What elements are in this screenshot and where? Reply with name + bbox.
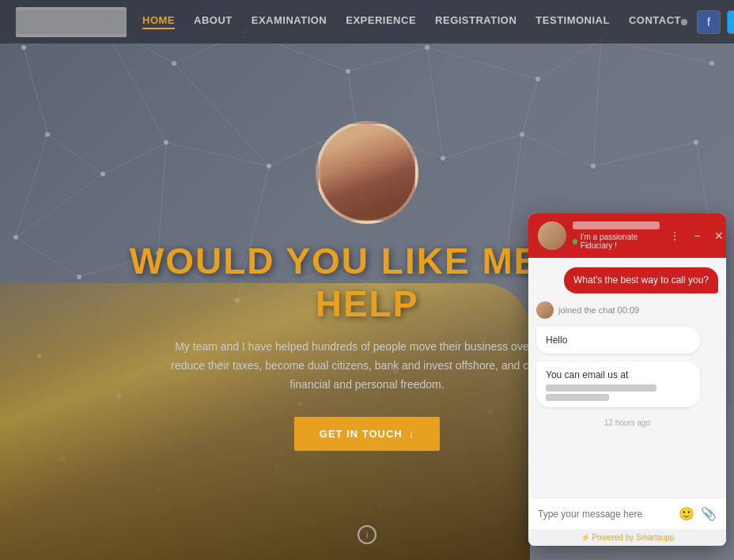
chat-agent-avatar (538, 221, 566, 250)
navbar: HOME ABOUT EXAMINATION EXPERIENCE REGIST… (0, 0, 734, 44)
cta-button[interactable]: GET IN TOUCH ↓ (294, 417, 440, 451)
cta-icon: ↓ (409, 428, 415, 440)
online-status-dot (573, 239, 577, 244)
scroll-icon: i (366, 531, 368, 539)
chat-header: I'm a passionate Fiduciary ! ⋮ − ✕ (528, 214, 726, 258)
cta-label: GET IN TOUCH (320, 428, 403, 440)
hero-subtitle: My team and I have helped hundreds of pe… (169, 338, 565, 394)
attachment-icon[interactable]: 📎 (701, 506, 717, 521)
chat-input-area[interactable]: 🙂 📎 (528, 498, 726, 529)
message-timestamp: 12 hours ago (536, 418, 718, 427)
twitter-button[interactable]: 🐦 (727, 10, 734, 34)
system-message-text: joined the chat 00:09 (558, 305, 639, 315)
chat-more-button[interactable]: ⋮ (666, 227, 683, 244)
incoming-message-email: You can email us at (536, 361, 700, 407)
nav-about[interactable]: ABOUT (194, 14, 233, 29)
social-links: f 🐦 (681, 10, 734, 34)
incoming-message-hello: Hello (536, 327, 700, 354)
nav-experience[interactable]: EXPERIENCE (346, 14, 416, 29)
chat-minimize-button[interactable]: − (688, 227, 706, 244)
email-blurred-2 (546, 394, 609, 401)
nav-testimonial[interactable]: TESTIMONIAL (535, 14, 610, 29)
nav-registration[interactable]: REGISTRATION (435, 14, 516, 29)
nav-home[interactable]: HOME (142, 14, 175, 29)
system-message: joined the chat 00:09 (536, 301, 718, 319)
chat-close-button[interactable]: ✕ (710, 227, 726, 244)
chat-status: I'm a passionate Fiduciary ! (573, 233, 660, 250)
powered-by-text: Powered by Smartsupp (592, 533, 674, 542)
chat-header-info: I'm a passionate Fiduciary ! (573, 221, 660, 250)
scroll-indicator: i (358, 525, 376, 544)
nav-contact[interactable]: CONTACT (629, 14, 681, 29)
chat-controls: ⋮ − ✕ (666, 227, 726, 244)
email-blurred-1 (546, 384, 656, 392)
chat-agent-name (573, 221, 660, 229)
chat-powered-by: ⚡ Powered by Smartsupp (528, 529, 726, 546)
smartsupp-logo-icon: ⚡ (581, 533, 590, 542)
emoji-icon[interactable]: 🙂 (679, 506, 694, 521)
facebook-button[interactable]: f (697, 10, 721, 34)
system-avatar (536, 301, 554, 319)
avatar (316, 121, 418, 224)
chat-input[interactable] (538, 509, 672, 520)
logo (16, 7, 127, 37)
chat-status-text: I'm a passionate Fiduciary ! (581, 233, 660, 250)
chat-widget: I'm a passionate Fiduciary ! ⋮ − ✕ What'… (528, 214, 726, 546)
nav-separator-dot (681, 19, 687, 25)
outgoing-message: What's the best way to call you? (564, 267, 718, 293)
email-intro-text: You can email us at (546, 369, 628, 380)
nav-examination[interactable]: EXAMINATION (252, 14, 327, 29)
nav-links: HOME ABOUT EXAMINATION EXPERIENCE REGIST… (142, 14, 681, 29)
chat-messages: What's the best way to call you? joined … (528, 258, 726, 498)
